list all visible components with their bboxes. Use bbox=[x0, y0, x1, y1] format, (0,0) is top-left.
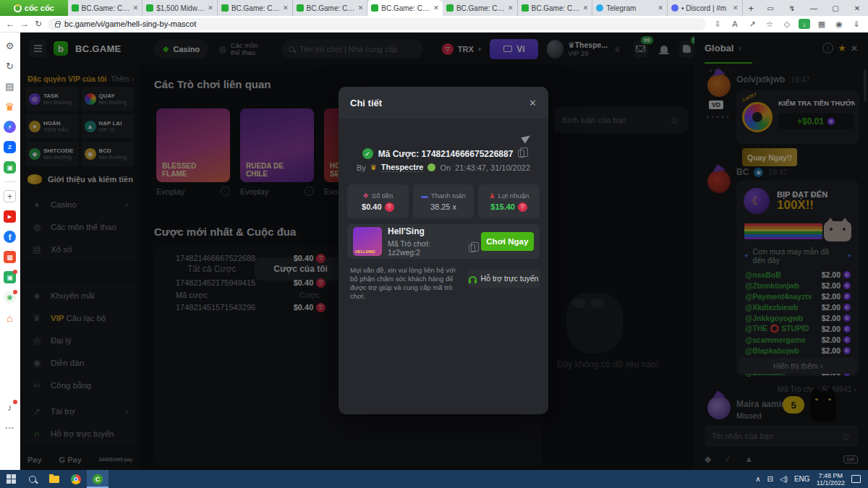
download-button[interactable]: ↓ bbox=[799, 19, 810, 29]
file-explorer-button[interactable] bbox=[43, 470, 65, 488]
provider-label[interactable]: Evoplay bbox=[156, 187, 184, 196]
volume-icon[interactable]: ◁) bbox=[780, 475, 788, 483]
tab-close-icon[interactable]: ✕ bbox=[358, 4, 364, 12]
vip-more-link[interactable]: Thêm › bbox=[111, 75, 134, 83]
sidebar-menu-item[interactable]: ▤ Xổ số bbox=[25, 238, 135, 260]
game-card[interactable]: BLESSED FLAME bbox=[156, 108, 230, 182]
chat-close-icon[interactable]: ✕ bbox=[851, 43, 858, 53]
copy-icon[interactable] bbox=[518, 150, 524, 158]
gif-icon[interactable]: GIF bbox=[843, 455, 858, 463]
notifications-button[interactable] bbox=[657, 40, 672, 58]
facebook-icon[interactable]: f bbox=[4, 231, 16, 243]
sports-tab[interactable]: ◍ Các môn thể thao bbox=[218, 42, 268, 56]
unread-count-bubble[interactable]: 5 bbox=[783, 396, 804, 414]
browser-tab[interactable]: BC.Game: Crypto ✕ bbox=[293, 0, 368, 16]
snapshot-icon[interactable]: ↯ bbox=[781, 4, 803, 12]
chat-scrollbar[interactable] bbox=[864, 69, 867, 102]
games-icon[interactable]: ▣ bbox=[4, 161, 16, 174]
browser-tab[interactable]: BC.Game: Crypto ✕ bbox=[518, 0, 593, 16]
info-icon[interactable]: ! bbox=[305, 187, 314, 196]
shop-icon[interactable]: ▦ bbox=[4, 251, 16, 263]
provider-label[interactable]: Evoplay bbox=[240, 187, 268, 196]
translate-icon[interactable]: A bbox=[729, 20, 741, 28]
winner-name[interactable]: @Ztemktonjwb bbox=[745, 281, 799, 290]
adblock-shield-icon[interactable]: ◇ bbox=[781, 20, 793, 29]
sidebar-menu-item[interactable]: ♛ VIP Câu lạc bộ bbox=[25, 307, 135, 329]
game-search-input[interactable]: Tên trò chơi | Nhà cung cấp bbox=[281, 40, 423, 59]
winner-name[interactable]: @Payment4nayztv bbox=[745, 292, 812, 301]
chat-username[interactable]: Maira aamir bbox=[736, 399, 785, 409]
info-icon[interactable]: ! bbox=[221, 187, 230, 196]
minimize-button[interactable]: — bbox=[803, 4, 825, 12]
coccoc-brand[interactable]: cốc cốc bbox=[0, 0, 68, 16]
rain-promo-card[interactable]: ☾ BỊP ĐẠT ĐẾN 100X!! ✦ Cơn mưa may mắn đ… bbox=[736, 181, 859, 376]
save-page-icon[interactable]: ⇩ bbox=[712, 20, 723, 29]
browser-tab[interactable]: BC.Game: Crypto ✕ bbox=[367, 0, 443, 16]
messenger-icon[interactable]: ⚡ bbox=[4, 121, 16, 133]
tab-close-icon[interactable]: ✕ bbox=[733, 4, 739, 12]
live-support-button[interactable]: Hỗ trợ trực tuyến bbox=[467, 269, 540, 288]
user-menu-icon[interactable]: ≡ bbox=[615, 45, 619, 53]
modal-close-icon[interactable]: ✕ bbox=[529, 98, 537, 108]
winner-name[interactable]: @Xkdiezbiewb bbox=[745, 303, 798, 312]
tab-close-icon[interactable]: ✕ bbox=[433, 4, 439, 12]
sidebar-menu-item[interactable]: ∺ Công bằng bbox=[25, 374, 135, 396]
sidebar-menu-item[interactable]: ♦ Casino › bbox=[25, 193, 135, 215]
sidebar-collapse-button[interactable] bbox=[29, 40, 46, 57]
browser-tab[interactable]: Telegram ✕ bbox=[592, 0, 668, 16]
gift-icon[interactable]: ▣ bbox=[4, 271, 16, 283]
maximize-button[interactable]: ▢ bbox=[825, 4, 846, 12]
share-bet-icon[interactable] bbox=[521, 132, 532, 143]
rain-feature-icon[interactable]: ◆ bbox=[705, 454, 711, 464]
chrome-button[interactable] bbox=[65, 470, 87, 488]
zalo-icon[interactable]: Z bbox=[4, 141, 16, 153]
bcgame-logo-icon[interactable]: b bbox=[54, 41, 68, 56]
chat-avatar[interactable] bbox=[707, 74, 731, 97]
game-card[interactable]: RUEDA DE CHILE bbox=[240, 108, 314, 182]
chat-username[interactable]: Oolvjxtkjwb bbox=[736, 74, 785, 85]
sidebar-menu-item[interactable]: ↗ Tài trợ › bbox=[25, 400, 135, 422]
start-button[interactable] bbox=[0, 470, 22, 488]
divider[interactable] bbox=[4, 181, 16, 182]
bcgame-logo-text[interactable]: BC.GAME bbox=[75, 43, 122, 54]
reading-list-icon[interactable]: ▤ bbox=[4, 80, 16, 93]
vip-crown-icon[interactable]: ♛ bbox=[4, 100, 16, 113]
back-button[interactable]: ← bbox=[6, 19, 14, 29]
vip-card[interactable]: ◆ SHITCODEtiền thưởng bbox=[26, 142, 79, 166]
comment-input[interactable]: Bình luận của bạn ☺ bbox=[553, 107, 688, 133]
sidebar-toggle-icon[interactable]: ▭ bbox=[760, 4, 781, 12]
chat-tab-global[interactable]: Global bbox=[705, 43, 733, 53]
chat-avatar[interactable] bbox=[707, 396, 731, 419]
add-icon[interactable]: + bbox=[4, 190, 16, 202]
play-now-button[interactable]: Chơi Ngay bbox=[481, 232, 534, 251]
clock[interactable]: 7:48 PM11/1/2022 bbox=[817, 472, 845, 487]
inbox-button[interactable]: 99 bbox=[633, 40, 648, 58]
browser-tab[interactable]: BC.Game: Crypto ✕ bbox=[68, 0, 143, 16]
browser-tab[interactable]: $1,500 Midweek ✕ bbox=[142, 0, 218, 16]
tray-expand-icon[interactable]: ∧ bbox=[755, 475, 760, 483]
coccoc-button[interactable]: C bbox=[87, 470, 109, 488]
emoji-icon[interactable]: ☺ bbox=[670, 115, 679, 126]
browser-garden-icon[interactable]: ❀ bbox=[4, 291, 16, 304]
tab-close-icon[interactable]: ✕ bbox=[283, 4, 289, 12]
tab-close-icon[interactable]: ✕ bbox=[508, 4, 514, 12]
user-info[interactable]: ♛Thespe... VIP 29 bbox=[568, 40, 608, 57]
vip-card[interactable]: ◉ BCDtiền thưởng bbox=[82, 142, 135, 166]
language-indicator[interactable]: ENG bbox=[794, 475, 810, 483]
wallet-button[interactable]: Ví bbox=[490, 39, 538, 59]
sidebar-menu-item[interactable]: ◍ Các môn thể thao bbox=[25, 215, 135, 238]
action-center-icon[interactable] bbox=[851, 475, 861, 483]
close-button[interactable]: ✕ bbox=[846, 4, 868, 12]
tab-close-icon[interactable]: ✕ bbox=[133, 4, 139, 12]
chat-toggle-button[interactable]: 5 bbox=[679, 40, 694, 58]
tab-close-icon[interactable]: ✕ bbox=[658, 4, 663, 12]
boost-icon[interactable]: ▲ bbox=[744, 454, 753, 464]
vip-card[interactable]: ◎ TASKtiền thưởng bbox=[26, 87, 79, 111]
bookmark-star-icon[interactable]: ☆ bbox=[764, 20, 775, 29]
show-more-button[interactable]: Hiển thị thêm › bbox=[739, 358, 856, 374]
commands-icon[interactable]: ∕ bbox=[727, 454, 728, 464]
youtube-icon[interactable]: ▶ bbox=[4, 210, 16, 223]
copy-icon[interactable] bbox=[469, 244, 475, 252]
settings-icon[interactable]: ⚙ bbox=[4, 40, 16, 52]
network-icon[interactable]: ⊟ bbox=[767, 475, 773, 483]
